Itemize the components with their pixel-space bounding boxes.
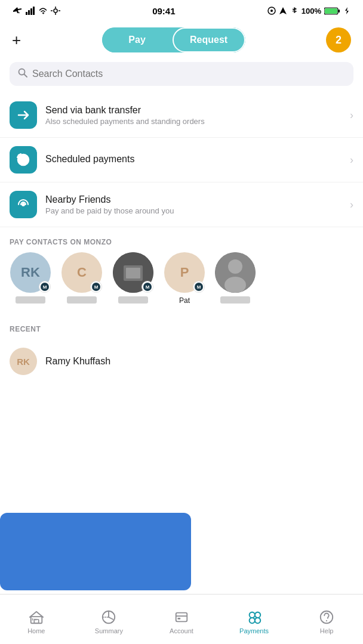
monzo-badge-rk: M bbox=[39, 281, 51, 293]
blue-overlay-card bbox=[0, 513, 191, 590]
add-button[interactable]: + bbox=[12, 31, 21, 49]
status-time: 09:41 bbox=[152, 6, 175, 16]
nearby-friends-chevron: › bbox=[350, 199, 353, 211]
gps-icon bbox=[279, 7, 287, 15]
recent-item-ramy[interactable]: RK Ramy Khuffash bbox=[0, 339, 363, 383]
bottom-nav: Home Summary Account Payments bbox=[0, 594, 363, 644]
contact-avatar-photo1: M bbox=[113, 252, 153, 293]
svg-point-39 bbox=[326, 620, 327, 621]
svg-rect-31 bbox=[176, 612, 187, 621]
contact-name-photo2 bbox=[220, 296, 250, 304]
contact-item-rk[interactable]: RK M bbox=[10, 252, 51, 305]
nav-payments-label: Payments bbox=[239, 627, 269, 634]
nearby-friends-subtitle: Pay and be paid by those around you bbox=[45, 206, 350, 215]
bank-transfer-title: Send via bank transfer bbox=[45, 105, 350, 116]
search-input[interactable] bbox=[32, 69, 345, 79]
scheduled-payments-icon bbox=[10, 146, 37, 174]
battery-icon bbox=[324, 7, 340, 15]
svg-point-24 bbox=[224, 277, 246, 293]
wifi-icon bbox=[38, 7, 48, 14]
nearby-friends-text: Nearby Friends Pay and be paid by those … bbox=[45, 194, 350, 215]
status-left bbox=[12, 7, 60, 15]
battery-percent: 100% bbox=[302, 7, 321, 16]
recent-list: RK Ramy Khuffash bbox=[0, 339, 363, 383]
svg-rect-14 bbox=[339, 10, 340, 13]
bank-transfer-text: Send via bank transfer Also scheduled pa… bbox=[45, 105, 350, 126]
nearby-friends-title: Nearby Friends bbox=[45, 194, 350, 205]
svg-point-23 bbox=[228, 259, 242, 274]
contact-item-photo1[interactable]: M bbox=[112, 252, 154, 305]
help-icon bbox=[319, 609, 334, 625]
nav-summary[interactable]: Summary bbox=[73, 595, 146, 644]
recent-avatar-ramy: RK bbox=[10, 348, 37, 375]
pay-request-toggle: Pay Request bbox=[102, 27, 245, 52]
svg-rect-13 bbox=[325, 8, 337, 14]
nav-home[interactable]: Home bbox=[0, 595, 73, 644]
bank-transfer-icon bbox=[10, 101, 37, 129]
request-tab[interactable]: Request bbox=[173, 27, 245, 52]
svg-point-10 bbox=[270, 10, 273, 12]
contact-avatar-p: P M bbox=[164, 252, 205, 293]
bank-transfer-item[interactable]: Send via bank transfer Also scheduled pa… bbox=[0, 93, 363, 138]
contact-avatar-rk: RK M bbox=[10, 252, 51, 293]
recent-section-label: RECENT bbox=[0, 314, 363, 339]
signal-icon bbox=[26, 7, 35, 15]
contacts-section-label: PAY CONTACTS ON MONZO bbox=[0, 227, 363, 252]
svg-point-4 bbox=[54, 9, 57, 13]
status-right: 100% bbox=[267, 7, 351, 16]
svg-rect-33 bbox=[177, 617, 180, 619]
search-container bbox=[10, 62, 353, 86]
monzo-badge-p: M bbox=[193, 281, 205, 293]
contact-name-p: Pat bbox=[179, 296, 190, 305]
contact-item-p[interactable]: P M Pat bbox=[164, 252, 205, 305]
payments-icon bbox=[247, 609, 262, 625]
bank-transfer-subtitle: Also scheduled payments and standing ord… bbox=[45, 117, 350, 126]
contact-name-photo1 bbox=[118, 296, 148, 304]
nav-help-label: Help bbox=[320, 627, 334, 634]
nav-account-label: Account bbox=[170, 627, 193, 634]
svg-point-36 bbox=[249, 617, 254, 623]
scheduled-payments-title: Scheduled payments bbox=[45, 154, 350, 165]
svg-rect-0 bbox=[26, 12, 27, 15]
scheduled-payments-chevron: › bbox=[350, 154, 353, 166]
charging-icon bbox=[343, 7, 351, 15]
brightness-icon bbox=[51, 7, 60, 15]
status-bar: 09:41 100% bbox=[0, 0, 363, 21]
contact-name-c bbox=[67, 296, 97, 304]
airplane-icon bbox=[12, 7, 23, 15]
notification-avatar[interactable]: 2 bbox=[326, 27, 351, 52]
svg-line-17 bbox=[24, 75, 27, 78]
location-icon bbox=[267, 7, 276, 15]
svg-rect-3 bbox=[33, 7, 35, 15]
svg-point-34 bbox=[249, 612, 254, 617]
summary-icon bbox=[101, 609, 116, 625]
header: + Pay Request 2 bbox=[0, 21, 363, 62]
contact-item-photo2[interactable] bbox=[215, 252, 256, 305]
nav-account[interactable]: Account bbox=[145, 595, 218, 644]
svg-rect-2 bbox=[30, 8, 32, 15]
contact-avatar-c: C M bbox=[61, 252, 102, 293]
nav-payments[interactable]: Payments bbox=[218, 595, 291, 644]
contact-avatar-photo2 bbox=[215, 252, 256, 293]
svg-marker-11 bbox=[279, 7, 287, 14]
contacts-scroll: RK M C M M bbox=[0, 252, 363, 314]
menu-list: Send via bank transfer Also scheduled pa… bbox=[0, 93, 363, 227]
home-icon bbox=[29, 609, 44, 625]
contact-name-rk bbox=[16, 296, 45, 304]
scheduled-payments-item[interactable]: Scheduled payments › bbox=[0, 138, 363, 182]
svg-rect-26 bbox=[34, 619, 38, 623]
nav-help[interactable]: Help bbox=[290, 595, 363, 644]
recent-name-ramy: Ramy Khuffash bbox=[45, 356, 110, 367]
monzo-badge-c: M bbox=[90, 281, 102, 293]
nearby-friends-icon bbox=[10, 191, 37, 218]
svg-point-18 bbox=[21, 203, 25, 206]
pay-tab[interactable]: Pay bbox=[102, 27, 173, 52]
scheduled-payments-text: Scheduled payments bbox=[45, 154, 350, 166]
account-icon bbox=[174, 609, 189, 625]
monzo-badge-photo1: M bbox=[141, 281, 153, 293]
svg-rect-1 bbox=[28, 10, 30, 15]
contact-item-c[interactable]: C M bbox=[61, 252, 103, 305]
bluetooth-icon bbox=[290, 7, 299, 15]
nearby-friends-item[interactable]: Nearby Friends Pay and be paid by those … bbox=[0, 182, 363, 227]
svg-rect-21 bbox=[126, 268, 140, 278]
